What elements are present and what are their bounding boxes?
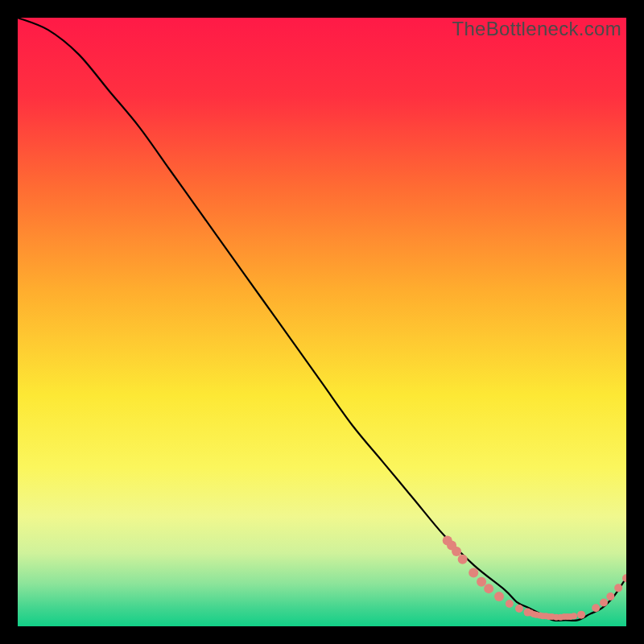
curve-layer (18, 18, 626, 626)
watermark-text: TheBottleneck.com (452, 18, 621, 40)
data-marker (506, 600, 514, 608)
data-marker (477, 577, 486, 587)
plot-area: TheBottleneck.com (18, 18, 626, 626)
data-marker (577, 611, 585, 619)
data-marker (515, 605, 523, 613)
bottleneck-curve (18, 18, 626, 621)
data-marker (571, 613, 577, 619)
data-marker (458, 555, 468, 564)
data-marker (600, 599, 608, 607)
data-marker (592, 604, 600, 612)
data-marker (484, 584, 493, 593)
data-markers (443, 535, 626, 620)
data-marker (469, 568, 478, 577)
data-marker (614, 584, 622, 592)
data-marker (606, 592, 614, 601)
data-marker (494, 592, 504, 601)
chart-container: TheBottleneck.com (0, 0, 644, 644)
data-marker (622, 574, 626, 582)
data-marker (452, 547, 461, 556)
